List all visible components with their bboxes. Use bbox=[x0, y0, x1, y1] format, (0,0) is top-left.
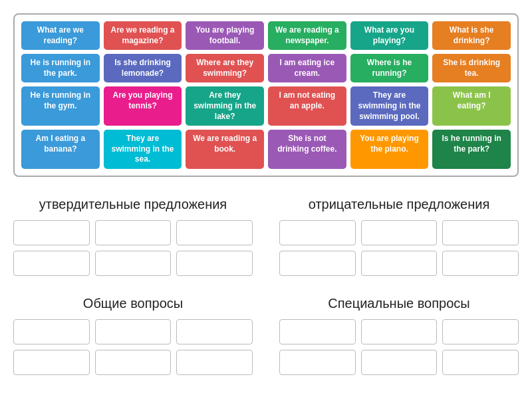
drop-rows-general bbox=[13, 319, 253, 375]
card-14[interactable]: Are they swimming in the lake? bbox=[186, 86, 264, 126]
drop-row-affirmative-1 bbox=[13, 251, 253, 276]
card-13[interactable]: Are you playing tennis? bbox=[104, 86, 182, 126]
drop-box-negative-1-0[interactable] bbox=[279, 251, 356, 276]
drop-box-affirmative-1-2[interactable] bbox=[176, 251, 253, 276]
card-3[interactable]: We are reading a newspaper. bbox=[268, 21, 346, 50]
section-negative: отрицательные предложения bbox=[279, 197, 519, 276]
card-0[interactable]: What are we reading? bbox=[21, 21, 100, 50]
drop-rows-negative bbox=[279, 220, 519, 276]
card-8[interactable]: Where are they swimming? bbox=[186, 54, 264, 82]
drop-rows-special bbox=[279, 319, 519, 375]
section-title-general: Общие вопросы bbox=[13, 296, 253, 311]
card-23[interactable]: Is he running in the park? bbox=[432, 130, 511, 169]
card-6[interactable]: He is running in the park. bbox=[21, 54, 100, 82]
drop-box-general-0-1[interactable] bbox=[95, 319, 172, 344]
drop-box-special-0-1[interactable] bbox=[361, 319, 438, 344]
drop-box-special-1-1[interactable] bbox=[361, 350, 438, 375]
card-19[interactable]: They are swimming in the sea. bbox=[104, 130, 182, 169]
card-16[interactable]: They are swimming in the swimming pool. bbox=[350, 86, 429, 126]
section-title-affirmative: утвердительные предложения bbox=[13, 197, 253, 212]
card-17[interactable]: What am I eating? bbox=[432, 86, 511, 126]
card-12[interactable]: He is running in the gym. bbox=[21, 86, 100, 126]
card-15[interactable]: I am not eating an apple. bbox=[268, 86, 346, 126]
drop-box-general-0-2[interactable] bbox=[176, 319, 253, 344]
drop-row-negative-1 bbox=[279, 251, 519, 276]
card-5[interactable]: What is she drinking? bbox=[432, 21, 511, 50]
drop-box-affirmative-0-0[interactable] bbox=[13, 220, 90, 245]
section-general: Общие вопросы bbox=[13, 296, 253, 375]
drop-box-affirmative-1-1[interactable] bbox=[95, 251, 172, 276]
drop-box-negative-0-1[interactable] bbox=[361, 220, 438, 245]
drop-box-negative-1-2[interactable] bbox=[442, 251, 519, 276]
card-21[interactable]: She is not drinking coffee. bbox=[268, 130, 346, 169]
sections-wrapper: утвердительные предложенияотрицательные … bbox=[13, 197, 519, 375]
drop-box-negative-0-0[interactable] bbox=[279, 220, 356, 245]
drop-box-negative-0-2[interactable] bbox=[442, 220, 519, 245]
drop-box-general-1-2[interactable] bbox=[176, 350, 253, 375]
section-special: Специальные вопросы bbox=[279, 296, 519, 375]
drop-box-general-1-1[interactable] bbox=[95, 350, 172, 375]
drop-box-special-1-2[interactable] bbox=[442, 350, 519, 375]
drop-box-special-0-0[interactable] bbox=[279, 319, 356, 344]
drop-box-affirmative-0-1[interactable] bbox=[95, 220, 172, 245]
cards-container: What are we reading?Are we reading a mag… bbox=[13, 13, 519, 177]
section-title-negative: отрицательные предложения bbox=[279, 197, 519, 212]
card-22[interactable]: You are playing the piano. bbox=[350, 130, 429, 169]
section-affirmative: утвердительные предложения bbox=[13, 197, 253, 276]
drop-row-negative-0 bbox=[279, 220, 519, 245]
drop-box-affirmative-0-2[interactable] bbox=[176, 220, 253, 245]
card-10[interactable]: Where is he running? bbox=[350, 54, 429, 82]
drop-box-general-0-0[interactable] bbox=[13, 319, 90, 344]
card-20[interactable]: We are reading a book. bbox=[186, 130, 264, 169]
drop-box-special-1-0[interactable] bbox=[279, 350, 356, 375]
card-1[interactable]: Are we reading a magazine? bbox=[104, 21, 182, 50]
drop-row-special-0 bbox=[279, 319, 519, 344]
drop-row-affirmative-0 bbox=[13, 220, 253, 245]
card-18[interactable]: Am I eating a banana? bbox=[21, 130, 100, 169]
section-title-special: Специальные вопросы bbox=[279, 296, 519, 311]
drop-box-general-1-0[interactable] bbox=[13, 350, 90, 375]
drop-box-affirmative-1-0[interactable] bbox=[13, 251, 90, 276]
card-11[interactable]: She is drinking tea. bbox=[432, 54, 511, 82]
card-7[interactable]: Is she drinking lemonade? bbox=[104, 54, 182, 82]
drop-row-general-1 bbox=[13, 350, 253, 375]
drop-row-general-0 bbox=[13, 319, 253, 344]
drop-box-negative-1-1[interactable] bbox=[361, 251, 438, 276]
drop-rows-affirmative bbox=[13, 220, 253, 276]
card-4[interactable]: What are you playing? bbox=[350, 21, 429, 50]
drop-row-special-1 bbox=[279, 350, 519, 375]
card-9[interactable]: I am eating ice cream. bbox=[268, 54, 346, 82]
card-2[interactable]: You are playing football. bbox=[186, 21, 264, 50]
drop-box-special-0-2[interactable] bbox=[442, 319, 519, 344]
